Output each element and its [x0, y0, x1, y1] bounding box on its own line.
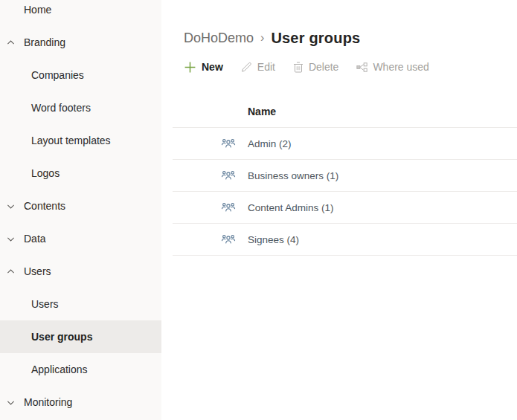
group-icon	[173, 169, 248, 181]
group-icon	[173, 138, 248, 149]
sidebar-item-monitoring[interactable]: Monitoring	[0, 386, 161, 419]
sidebar-item-branding[interactable]: Branding	[0, 26, 161, 59]
trash-icon	[293, 62, 304, 73]
sidebar-item-data[interactable]: Data	[0, 222, 161, 255]
delete-button[interactable]: Delete	[293, 61, 338, 73]
sidebar: Home Branding Companies Word footers Lay…	[0, 0, 161, 420]
chevron-down-icon	[6, 234, 15, 243]
table-row[interactable]: Content Admins (1)	[173, 192, 517, 224]
sidebar-item-label: Data	[24, 233, 46, 245]
breadcrumb-separator-icon: ›	[260, 31, 264, 45]
breadcrumb-parent[interactable]: DoHoDemo	[184, 30, 254, 46]
where-used-button-label: Where used	[373, 61, 428, 73]
where-used-button[interactable]: Where used	[356, 61, 428, 73]
sidebar-item-label: Word footers	[31, 102, 91, 114]
edit-button[interactable]: Edit	[241, 61, 275, 73]
sidebar-item-label: User groups	[31, 331, 92, 343]
sidebar-item-label: Applications	[31, 364, 88, 375]
table-row[interactable]: Business owners (1)	[173, 160, 517, 192]
pencil-icon	[241, 62, 252, 73]
sidebar-item-users-sub[interactable]: Users	[0, 288, 161, 320]
group-icon	[173, 233, 248, 245]
sidebar-item-label: Users	[31, 298, 59, 310]
sidebar-item-label: Companies	[31, 69, 84, 81]
sidebar-item-layout-templates[interactable]: Layout templates	[0, 124, 161, 157]
sidebar-item-word-footers[interactable]: Word footers	[0, 91, 161, 124]
page-title: User groups	[271, 30, 360, 47]
group-name: Signees (4)	[248, 234, 299, 245]
sidebar-item-contents[interactable]: Contents	[0, 190, 161, 222]
new-button-label: New	[202, 61, 223, 73]
chevron-up-icon	[6, 267, 15, 276]
chevron-down-icon	[6, 398, 15, 407]
sidebar-item-applications[interactable]: Applications	[0, 353, 161, 386]
where-used-icon	[356, 62, 367, 72]
sidebar-item-companies[interactable]: Companies	[0, 59, 161, 91]
sidebar-item-label: Home	[24, 4, 51, 16]
sidebar-item-label: Monitoring	[24, 396, 72, 408]
sidebar-item-logos[interactable]: Logos	[0, 157, 161, 190]
sidebar-item-label: Contents	[24, 200, 65, 212]
sidebar-nav: Home Branding Companies Word footers Lay…	[0, 0, 161, 419]
sidebar-item-label: Layout templates	[31, 135, 111, 146]
chevron-down-icon	[6, 201, 15, 210]
group-name: Admin (2)	[248, 138, 292, 149]
app-window: Home Branding Companies Word footers Lay…	[0, 0, 517, 420]
group-name: Business owners (1)	[248, 170, 338, 181]
group-icon	[173, 201, 248, 213]
plus-icon	[184, 61, 196, 74]
group-name: Content Admins (1)	[248, 202, 334, 213]
user-groups-table: Name Admin (2)	[173, 95, 517, 256]
breadcrumb: DoHoDemo › User groups	[184, 27, 517, 49]
delete-button-label: Delete	[309, 61, 338, 73]
column-header-name[interactable]: Name	[248, 106, 276, 117]
sidebar-item-label: Logos	[31, 167, 60, 179]
sidebar-item-users[interactable]: Users	[0, 255, 161, 288]
main-content: DoHoDemo › User groups New Edit	[161, 0, 517, 420]
sidebar-item-user-groups[interactable]: User groups	[0, 320, 161, 353]
sidebar-item-label: Users	[24, 265, 51, 277]
edit-button-label: Edit	[257, 61, 275, 73]
sidebar-item-home[interactable]: Home	[0, 0, 161, 26]
command-bar: New Edit Delete	[184, 58, 517, 76]
table-row[interactable]: Signees (4)	[173, 224, 517, 256]
table-header: Name	[173, 95, 517, 128]
chevron-up-icon	[6, 38, 15, 47]
table-row[interactable]: Admin (2)	[173, 128, 517, 160]
new-button[interactable]: New	[184, 61, 223, 74]
sidebar-item-label: Branding	[24, 36, 65, 48]
